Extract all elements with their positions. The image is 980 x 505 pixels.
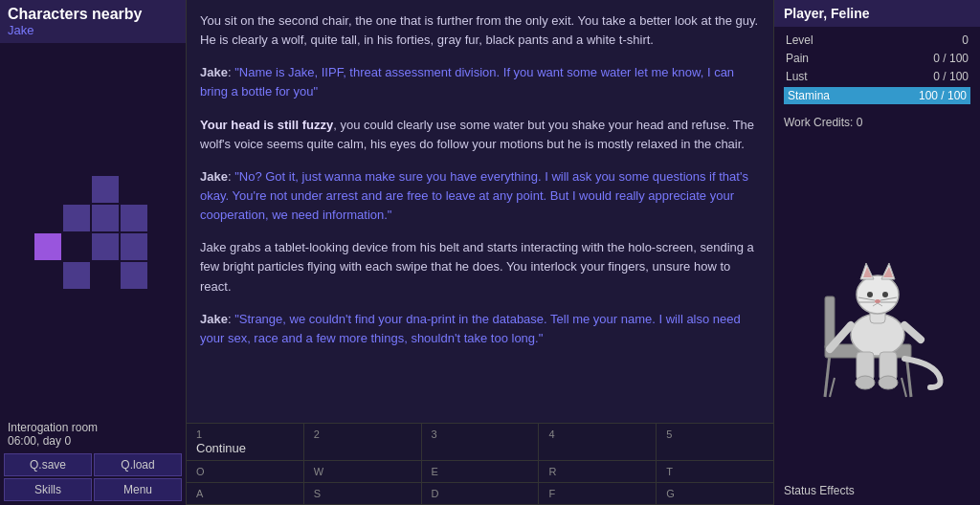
choice-cell-2-5[interactable]: T <box>657 461 773 483</box>
svg-point-21 <box>875 299 880 303</box>
choice-row-2: O W E R T <box>187 461 773 483</box>
characters-title: Characters nearby <box>8 6 178 23</box>
choice-num-1-2: 2 <box>314 428 412 440</box>
choice-key-3-2: S <box>314 488 412 499</box>
map-cell <box>121 233 147 260</box>
choice-cell-3-5[interactable]: G <box>657 483 773 505</box>
room-time: 06:00, day 0 <box>8 434 178 448</box>
narrative-text-4: Jake grabs a tablet-looking device from … <box>200 240 754 293</box>
skills-button[interactable]: Skills <box>4 478 92 501</box>
level-value: 0 <box>962 33 969 47</box>
choice-cell-3-3[interactable]: D <box>422 483 540 505</box>
choice-cell-1-1[interactable]: 1 Continue <box>187 424 304 461</box>
narrative-text-0: You sit on the second chair, the one tha… <box>200 13 758 47</box>
choice-cell-2-3[interactable]: E <box>422 461 540 483</box>
npc-name-5: Jake <box>200 312 228 326</box>
choice-num-1-3: 3 <box>432 428 529 440</box>
choice-cell-1-5[interactable]: 5 <box>657 424 773 461</box>
choice-cell-2-2[interactable]: W <box>304 461 422 483</box>
map-cell <box>63 205 90 231</box>
room-name: Interogation room <box>8 421 178 434</box>
choice-key-2-4: R <box>548 466 646 477</box>
choice-key-2-5: T <box>666 466 764 477</box>
stats-area: Level 0 Pain 0 / 100 Lust 0 / 100 Stamin… <box>774 27 980 113</box>
npc-speech-5: "Strange, we couldn't find your dna-prin… <box>200 312 741 345</box>
work-credits: Work Credits: 0 <box>774 113 980 132</box>
choice-key-3-5: G <box>666 488 764 499</box>
narrative-block-5: Jake: "Strange, we couldn't find your dn… <box>200 310 760 348</box>
svg-line-0 <box>825 354 830 397</box>
character-art <box>774 132 980 480</box>
qsave-button[interactable]: Q.save <box>4 453 92 476</box>
choice-num-1-1: 1 <box>196 428 294 440</box>
menu-button[interactable]: Menu <box>94 478 182 501</box>
minimap <box>31 168 155 293</box>
map-cell <box>92 176 119 203</box>
qload-button[interactable]: Q.load <box>94 453 182 476</box>
main-panel: You sit on the second chair, the one tha… <box>187 0 774 505</box>
stat-lust: Lust 0 / 100 <box>784 69 970 84</box>
choice-cell-2-1[interactable]: O <box>187 461 304 483</box>
lust-value: 0 / 100 <box>933 70 969 83</box>
stamina-label: Stamina <box>788 89 830 102</box>
map-cell <box>121 205 147 231</box>
choice-key-3-1: A <box>196 488 294 499</box>
narrative-block-3: Jake: "No? Got it, just wanna make sure … <box>200 167 760 225</box>
player-header: Player, Feline <box>774 0 980 27</box>
svg-point-14 <box>857 275 899 314</box>
choice-cell-2-4[interactable]: R <box>539 461 657 483</box>
narrative-block-2: Your head is still fuzzy, you could clea… <box>200 116 760 154</box>
narrative-block-0: You sit on the second chair, the one tha… <box>200 11 760 50</box>
btn-row-1: Q.save Q.load <box>4 453 182 476</box>
map-cell <box>92 233 119 260</box>
btn-row-2: Skills Menu <box>4 478 182 501</box>
npc-name-3: Jake <box>200 169 228 184</box>
left-panel: Characters nearby Jake Interogation room… <box>0 0 187 505</box>
choice-key-3-3: D <box>432 488 529 499</box>
choice-key-3-4: F <box>548 488 646 499</box>
player-title: Player, Feline <box>784 6 970 21</box>
buttons-area: Q.save Q.load Skills Menu <box>0 453 186 505</box>
map-cell <box>121 262 147 289</box>
stat-level: Level 0 <box>784 33 970 48</box>
choice-key-2-1: O <box>196 466 294 477</box>
narrative-area: You sit on the second chair, the one tha… <box>187 0 773 423</box>
choice-cell-3-1[interactable]: A <box>187 483 304 505</box>
svg-point-10 <box>879 376 898 389</box>
map-cell <box>92 205 119 231</box>
choice-cell-1-4[interactable]: 4 <box>539 424 657 461</box>
jake-link[interactable]: Jake <box>8 23 178 37</box>
npc-speech-3: "No? Got it, just wanna make sure you ha… <box>200 169 748 222</box>
pain-value: 0 / 100 <box>933 52 969 65</box>
svg-line-2 <box>830 378 835 397</box>
pain-label: Pain <box>786 52 809 65</box>
room-info: Interogation room 06:00, day 0 <box>0 417 186 453</box>
choice-key-2-3: E <box>432 466 529 477</box>
choice-num-1-4: 4 <box>548 428 646 440</box>
svg-line-3 <box>902 378 906 397</box>
npc-name-1: Jake <box>200 65 228 79</box>
npc-speech-1: "Name is Jake, IIPF, threat assessment d… <box>200 65 734 99</box>
choice-cell-3-4[interactable]: F <box>539 483 657 505</box>
level-label: Level <box>786 33 813 47</box>
narrative-block-4: Jake grabs a tablet-looking device from … <box>200 238 760 296</box>
narrative-block-1: Jake: "Name is Jake, IIPF, threat assess… <box>200 63 760 101</box>
choice-main-1-1: Continue <box>196 441 294 455</box>
status-effects: Status Effects <box>774 480 980 505</box>
choice-key-2-2: W <box>314 466 412 477</box>
map-cell <box>63 262 90 289</box>
lust-label: Lust <box>786 70 808 83</box>
character-svg <box>801 210 954 402</box>
stat-stamina: Stamina 100 / 100 <box>784 87 970 104</box>
choice-cell-1-3[interactable]: 3 <box>422 424 540 461</box>
choice-row-1: 1 Continue 2 3 4 5 <box>187 424 773 461</box>
stamina-value: 100 / 100 <box>919 89 967 102</box>
svg-point-19 <box>867 292 873 297</box>
choice-cell-1-2[interactable]: 2 <box>304 424 422 461</box>
stat-pain: Pain 0 / 100 <box>784 51 970 66</box>
minimap-area <box>0 43 186 417</box>
choice-cell-3-2[interactable]: S <box>304 483 422 505</box>
svg-point-20 <box>882 292 888 297</box>
svg-point-9 <box>856 376 875 389</box>
characters-header: Characters nearby Jake <box>0 0 186 43</box>
